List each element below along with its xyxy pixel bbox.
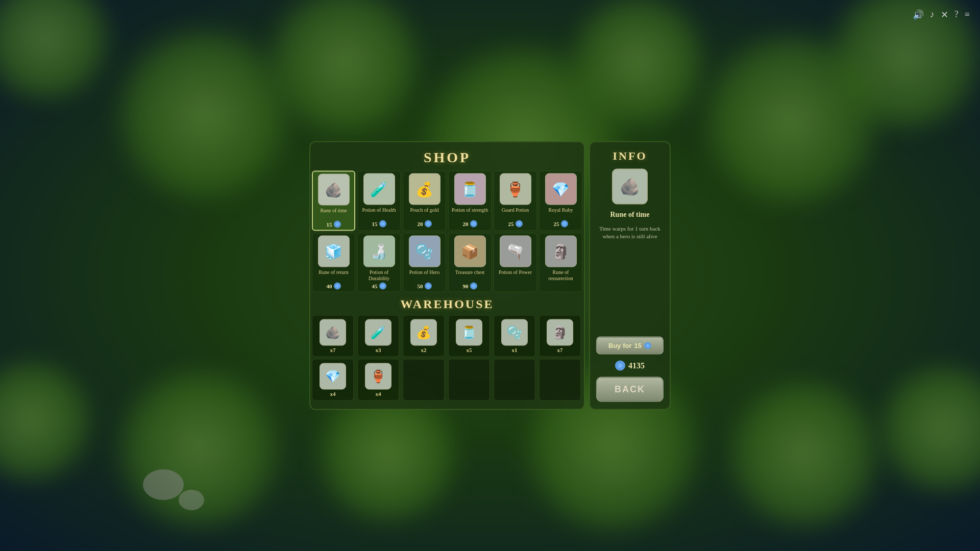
item-name-potion-health: Potion of Health xyxy=(362,207,396,219)
help-icon[interactable]: ? xyxy=(954,9,959,20)
warehouse-count-w1: x7 xyxy=(330,347,336,353)
warehouse-icon-w8: 🏺 xyxy=(365,363,391,390)
currency-amount: 4135 xyxy=(628,361,645,370)
shop-panel: SHOP 🪨Rune of time15🧪Potion of Health15💰… xyxy=(309,141,585,410)
warehouse-count-w4: x5 xyxy=(467,347,472,353)
item-price-potion-health: 15 xyxy=(372,220,386,228)
item-price-pouch-gold: 20 xyxy=(418,220,432,228)
item-price-royal-ruby: 25 xyxy=(554,220,568,228)
item-icon-treasure-chest: 📦 xyxy=(454,236,486,267)
music-icon[interactable]: ♪ xyxy=(930,9,935,20)
warehouse-icon-w2: 🧪 xyxy=(365,319,391,346)
item-icon-rune-ressurection: 🗿 xyxy=(545,236,577,267)
warehouse-item-w10 xyxy=(448,359,490,401)
info-panel: INFO 🪨 Rune of time Time warps for 1 tur… xyxy=(589,141,671,410)
item-icon-royal-ruby: 💎 xyxy=(545,173,577,205)
shop-item-potion-hero[interactable]: 🫧Potion of Hero50 xyxy=(403,233,446,292)
buy-label: Buy for xyxy=(608,342,632,349)
item-price-potion-durability: 45 xyxy=(372,283,386,290)
item-name-potion-durability: Potion of Durability xyxy=(360,269,398,282)
warehouse-title: WAREHOUSE xyxy=(315,292,579,315)
item-icon-potion-hero: 🫧 xyxy=(409,236,440,267)
price-coin-icon xyxy=(425,220,432,228)
warehouse-icon-w4: 🫙 xyxy=(456,319,482,346)
item-icon-potion-durability: 🍶 xyxy=(363,236,395,267)
price-coin-icon xyxy=(470,283,477,290)
price-coin-icon xyxy=(470,220,477,228)
price-coin-icon xyxy=(425,283,432,290)
warehouse-item-w2[interactable]: 🧪x3 xyxy=(357,315,399,357)
shop-item-rune-time[interactable]: 🪨Rune of time15 xyxy=(312,171,355,231)
item-name-guard-potion: Guard Potion xyxy=(502,207,529,219)
item-icon-potion-power: 🫗 xyxy=(500,236,531,267)
warehouse-item-w3[interactable]: 💰x2 xyxy=(403,315,445,357)
item-price-rune-time: 15 xyxy=(327,221,341,228)
item-name-rune-return: Rune of return xyxy=(318,269,348,282)
item-name-potion-power: Potion of Power xyxy=(499,269,532,282)
buy-button[interactable]: Buy for 15 xyxy=(596,337,664,355)
buy-price: 15 xyxy=(634,342,642,349)
sound-icon[interactable]: 🔊 xyxy=(913,9,924,20)
currency-icon xyxy=(615,361,625,371)
item-price-rune-return: 40 xyxy=(327,283,341,290)
warehouse-item-w6[interactable]: 🗿x7 xyxy=(539,315,581,357)
shop-item-rune-return[interactable]: 🧊Rune of return40 xyxy=(312,233,355,292)
warehouse-item-w7[interactable]: 💎x4 xyxy=(312,359,354,401)
price-coin-icon xyxy=(516,220,523,228)
item-icon-rune-return: 🧊 xyxy=(318,236,350,267)
warehouse-count-w8: x4 xyxy=(376,391,381,397)
item-name-royal-ruby: Royal Ruby xyxy=(548,207,573,219)
shop-item-pouch-gold[interactable]: 💰Pouch of gold20 xyxy=(403,171,446,231)
shop-item-treasure-chest[interactable]: 📦Treasure chest90 xyxy=(448,233,492,292)
shop-items-grid: 🪨Rune of time15🧪Potion of Health15💰Pouch… xyxy=(310,171,584,292)
item-icon-guard-potion: 🏺 xyxy=(500,173,531,205)
item-price-potion-hero: 50 xyxy=(418,283,432,290)
shop-item-potion-durability[interactable]: 🍶Potion of Durability45 xyxy=(357,233,401,292)
warehouse-section: WAREHOUSE 🪨x7🧪x3💰x2🫙x5🫧x1🗿x7💎x4🏺x4 xyxy=(310,292,584,401)
currency-display: 4135 xyxy=(615,361,645,371)
price-coin-icon xyxy=(379,220,386,228)
shop-item-potion-health[interactable]: 🧪Potion of Health15 xyxy=(357,171,401,231)
item-price-guard-potion: 25 xyxy=(508,220,523,228)
price-coin-icon xyxy=(379,283,386,290)
shop-item-rune-ressurection[interactable]: 🗿Rune of ressurection xyxy=(539,233,582,292)
warehouse-count-w2: x3 xyxy=(376,347,381,353)
menu-icon[interactable]: ≡ xyxy=(965,9,970,20)
buy-coin-icon xyxy=(644,342,651,349)
warehouse-item-w11 xyxy=(494,359,535,401)
warehouse-item-w12 xyxy=(539,359,581,401)
warehouse-item-w9 xyxy=(403,359,445,401)
top-toolbar: 🔊 ♪ ✕ ? ≡ xyxy=(913,9,970,20)
shop-item-potion-strength[interactable]: 🫙Potion of strength20 xyxy=(448,171,492,231)
shop-item-potion-power[interactable]: 🫗Potion of Power xyxy=(494,233,537,292)
warehouse-item-w4[interactable]: 🫙x5 xyxy=(448,315,490,357)
warehouse-item-w5[interactable]: 🫧x1 xyxy=(494,315,535,357)
item-name-pouch-gold: Pouch of gold xyxy=(410,207,438,219)
warehouse-icon-w3: 💰 xyxy=(410,319,437,346)
item-price-potion-strength: 20 xyxy=(463,220,477,228)
shop-item-guard-potion[interactable]: 🏺Guard Potion25 xyxy=(494,171,537,231)
info-title: INFO xyxy=(613,149,647,163)
item-icon-rune-time: 🪨 xyxy=(318,174,350,206)
item-name-rune-time: Rune of time xyxy=(320,208,347,220)
item-name-treasure-chest: Treasure chest xyxy=(455,269,485,282)
item-price-treasure-chest: 90 xyxy=(463,283,477,290)
price-coin-icon xyxy=(561,220,568,228)
back-button[interactable]: BACK xyxy=(596,377,664,402)
warehouse-icon-w1: 🪨 xyxy=(320,319,346,346)
warehouse-item-w1[interactable]: 🪨x7 xyxy=(312,315,354,357)
item-icon-potion-health: 🧪 xyxy=(363,173,395,205)
warehouse-item-w8[interactable]: 🏺x4 xyxy=(357,359,399,401)
item-name-potion-strength: Potion of strength xyxy=(452,207,488,219)
item-name-potion-hero: Potion of Hero xyxy=(409,269,439,282)
warehouse-count-w7: x4 xyxy=(330,391,336,397)
price-coin-icon xyxy=(334,283,341,290)
warehouse-icon-w5: 🫧 xyxy=(501,319,528,346)
fullscreen-icon[interactable]: ✕ xyxy=(941,9,948,20)
info-item-name: Rune of time xyxy=(610,211,650,219)
shop-item-royal-ruby[interactable]: 💎Royal Ruby25 xyxy=(539,171,582,231)
warehouse-count-w5: x1 xyxy=(512,347,518,353)
price-coin-icon xyxy=(334,221,341,228)
warehouse-count-w6: x7 xyxy=(557,347,563,353)
item-icon-potion-strength: 🫙 xyxy=(454,173,486,205)
